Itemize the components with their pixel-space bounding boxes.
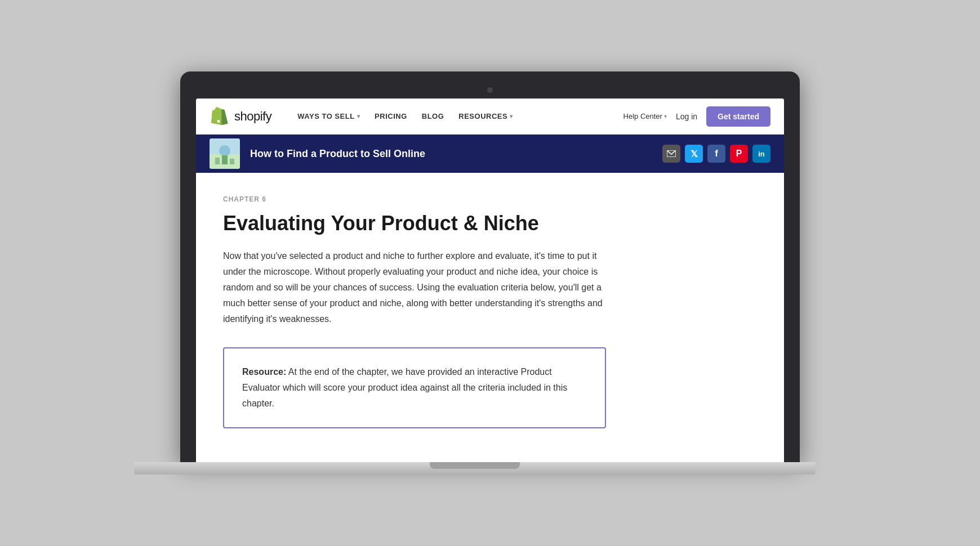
screen-bezel: shopify WAYS TO SELL ▾ PRICING BLOG RESO… bbox=[180, 71, 800, 462]
nav-pricing[interactable]: PRICING bbox=[369, 109, 413, 124]
linkedin-icon: in bbox=[758, 150, 765, 158]
ways-to-sell-caret-icon: ▾ bbox=[357, 113, 360, 119]
chapter-title: Evaluating Your Product & Niche bbox=[223, 211, 757, 235]
share-twitter-button[interactable]: 𝕏 bbox=[685, 145, 703, 163]
nav-blog[interactable]: BLOG bbox=[416, 109, 450, 124]
resources-caret-icon: ▾ bbox=[510, 113, 513, 119]
facebook-icon: f bbox=[715, 148, 718, 159]
share-facebook-button[interactable]: f bbox=[707, 145, 725, 163]
resource-body: At the end of the chapter, we have provi… bbox=[242, 367, 567, 408]
pinterest-icon: P bbox=[736, 149, 742, 159]
logo-text: shopify bbox=[234, 109, 271, 124]
share-pinterest-button[interactable]: P bbox=[730, 145, 748, 163]
article-banner: How to Find a Product to Sell Online 𝕏 f… bbox=[196, 135, 784, 173]
svg-rect-6 bbox=[230, 159, 234, 164]
share-email-button[interactable] bbox=[662, 145, 680, 163]
banner-title: How to Find a Product to Sell Online bbox=[250, 148, 662, 160]
svg-rect-5 bbox=[222, 155, 228, 164]
nav-ways-to-sell[interactable]: WAYS TO SELL ▾ bbox=[292, 109, 366, 124]
svg-rect-4 bbox=[215, 158, 220, 164]
svg-point-3 bbox=[219, 145, 230, 156]
login-link[interactable]: Log in bbox=[676, 112, 697, 121]
thumbnail-image bbox=[210, 138, 240, 169]
help-caret-icon: ▾ bbox=[664, 113, 667, 119]
shopify-logo-icon bbox=[210, 106, 231, 127]
article-content: CHAPTER 6 Evaluating Your Product & Nich… bbox=[196, 173, 784, 462]
nav-resources[interactable]: RESOURCES ▾ bbox=[453, 109, 518, 124]
screen-content: shopify WAYS TO SELL ▾ PRICING BLOG RESO… bbox=[196, 99, 784, 462]
laptop-container: shopify WAYS TO SELL ▾ PRICING BLOG RESO… bbox=[180, 71, 800, 474]
twitter-icon: 𝕏 bbox=[691, 149, 698, 159]
chapter-label: CHAPTER 6 bbox=[223, 195, 757, 203]
help-center-link[interactable]: Help Center ▾ bbox=[623, 112, 667, 120]
social-share-bar: 𝕏 f P in bbox=[662, 145, 770, 163]
nav-links: WAYS TO SELL ▾ PRICING BLOG RESOURCES ▾ bbox=[292, 109, 623, 124]
laptop-base bbox=[134, 462, 816, 475]
article-thumbnail bbox=[210, 138, 240, 169]
navbar: shopify WAYS TO SELL ▾ PRICING BLOG RESO… bbox=[196, 99, 784, 135]
resource-callout: Resource: At the end of the chapter, we … bbox=[223, 347, 606, 428]
resource-label: Resource: bbox=[242, 367, 286, 377]
nav-right: Help Center ▾ Log in Get started bbox=[623, 106, 770, 127]
share-linkedin-button[interactable]: in bbox=[752, 145, 770, 163]
logo[interactable]: shopify bbox=[210, 106, 271, 127]
camera bbox=[487, 87, 493, 93]
resource-text: Resource: At the end of the chapter, we … bbox=[242, 364, 587, 411]
email-icon bbox=[667, 150, 676, 157]
get-started-button[interactable]: Get started bbox=[706, 106, 770, 127]
svg-point-0 bbox=[217, 120, 220, 123]
chapter-body: Now that you've selected a product and n… bbox=[223, 248, 606, 327]
